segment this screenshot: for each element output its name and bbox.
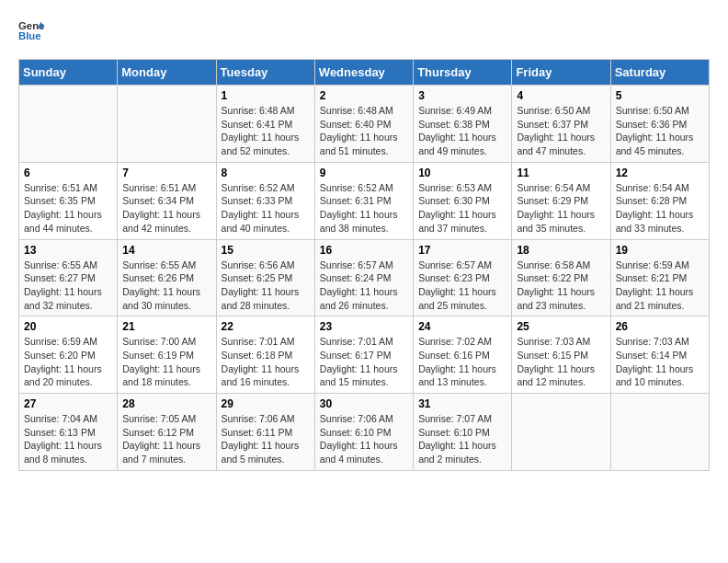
weekday-header: Monday: [118, 60, 216, 86]
calendar-cell: 9Sunrise: 6:52 AM Sunset: 6:31 PM Daylig…: [314, 162, 413, 239]
day-number: 24: [418, 320, 506, 333]
calendar-cell: 12Sunrise: 6:54 AM Sunset: 6:28 PM Dayli…: [610, 162, 709, 239]
calendar-cell: 8Sunrise: 6:52 AM Sunset: 6:33 PM Daylig…: [216, 162, 314, 239]
day-info: Sunrise: 7:05 AM Sunset: 6:12 PM Dayligh…: [122, 412, 210, 466]
day-info: Sunrise: 6:50 AM Sunset: 6:36 PM Dayligh…: [616, 104, 704, 158]
header: General Blue: [18, 18, 710, 44]
day-info: Sunrise: 6:52 AM Sunset: 6:31 PM Dayligh…: [320, 181, 408, 236]
day-number: 10: [418, 167, 506, 179]
calendar-cell: 6Sunrise: 6:51 AM Sunset: 6:35 PM Daylig…: [19, 162, 118, 239]
day-info: Sunrise: 7:02 AM Sunset: 6:16 PM Dayligh…: [418, 335, 506, 389]
calendar-cell: 19Sunrise: 6:59 AM Sunset: 6:21 PM Dayli…: [610, 239, 709, 316]
weekday-header: Tuesday: [216, 60, 314, 86]
day-info: Sunrise: 6:55 AM Sunset: 6:26 PM Dayligh…: [122, 259, 210, 313]
day-info: Sunrise: 6:53 AM Sunset: 6:30 PM Dayligh…: [418, 181, 506, 236]
calendar-week-row: 27Sunrise: 7:04 AM Sunset: 6:13 PM Dayli…: [19, 394, 710, 471]
calendar-cell: 5Sunrise: 6:50 AM Sunset: 6:36 PM Daylig…: [610, 86, 709, 163]
day-info: Sunrise: 6:48 AM Sunset: 6:40 PM Dayligh…: [320, 104, 408, 158]
calendar-week-row: 20Sunrise: 6:59 AM Sunset: 6:20 PM Dayli…: [19, 316, 710, 394]
weekday-header: Wednesday: [314, 60, 413, 86]
day-number: 9: [320, 167, 408, 179]
day-info: Sunrise: 6:54 AM Sunset: 6:29 PM Dayligh…: [517, 181, 605, 236]
day-number: 30: [320, 397, 408, 410]
day-number: 1: [222, 89, 310, 102]
day-info: Sunrise: 6:59 AM Sunset: 6:20 PM Dayligh…: [24, 335, 112, 389]
day-info: Sunrise: 6:49 AM Sunset: 6:38 PM Dayligh…: [418, 104, 506, 158]
calendar-week-row: 1Sunrise: 6:48 AM Sunset: 6:41 PM Daylig…: [19, 86, 710, 163]
calendar-cell: [118, 86, 216, 163]
weekday-header: Saturday: [610, 60, 709, 86]
day-number: 5: [616, 89, 704, 102]
day-number: 6: [24, 167, 112, 179]
day-info: Sunrise: 7:07 AM Sunset: 6:10 PM Dayligh…: [418, 412, 506, 466]
day-number: 22: [222, 320, 310, 333]
calendar-cell: 30Sunrise: 7:06 AM Sunset: 6:10 PM Dayli…: [314, 394, 413, 471]
weekday-header-row: SundayMondayTuesdayWednesdayThursdayFrid…: [19, 60, 710, 86]
day-info: Sunrise: 6:54 AM Sunset: 6:28 PM Dayligh…: [616, 181, 704, 236]
day-info: Sunrise: 7:01 AM Sunset: 6:17 PM Dayligh…: [320, 335, 408, 389]
day-number: 29: [222, 397, 310, 410]
day-number: 25: [517, 320, 605, 333]
calendar-cell: 15Sunrise: 6:56 AM Sunset: 6:25 PM Dayli…: [216, 239, 314, 316]
calendar-cell: 24Sunrise: 7:02 AM Sunset: 6:16 PM Dayli…: [414, 316, 512, 394]
calendar-cell: 21Sunrise: 7:00 AM Sunset: 6:19 PM Dayli…: [118, 316, 216, 394]
calendar-cell: 17Sunrise: 6:57 AM Sunset: 6:23 PM Dayli…: [414, 239, 512, 316]
calendar-cell: 1Sunrise: 6:48 AM Sunset: 6:41 PM Daylig…: [216, 86, 314, 163]
day-number: 7: [122, 167, 210, 179]
day-number: 15: [222, 244, 310, 257]
calendar-week-row: 6Sunrise: 6:51 AM Sunset: 6:35 PM Daylig…: [19, 162, 710, 239]
calendar-cell: [19, 86, 118, 163]
calendar-cell: 13Sunrise: 6:55 AM Sunset: 6:27 PM Dayli…: [19, 239, 118, 316]
day-number: 8: [222, 167, 310, 179]
calendar-cell: 11Sunrise: 6:54 AM Sunset: 6:29 PM Dayli…: [512, 162, 610, 239]
day-info: Sunrise: 6:48 AM Sunset: 6:41 PM Dayligh…: [222, 104, 310, 158]
day-info: Sunrise: 6:52 AM Sunset: 6:33 PM Dayligh…: [222, 181, 310, 236]
calendar-cell: 3Sunrise: 6:49 AM Sunset: 6:38 PM Daylig…: [414, 86, 512, 163]
calendar-cell: 7Sunrise: 6:51 AM Sunset: 6:34 PM Daylig…: [118, 162, 216, 239]
day-number: 3: [418, 89, 506, 102]
calendar-cell: 27Sunrise: 7:04 AM Sunset: 6:13 PM Dayli…: [19, 394, 118, 471]
day-number: 26: [616, 320, 704, 333]
day-info: Sunrise: 7:06 AM Sunset: 6:11 PM Dayligh…: [222, 412, 310, 466]
day-number: 16: [320, 244, 408, 257]
calendar-cell: 31Sunrise: 7:07 AM Sunset: 6:10 PM Dayli…: [414, 394, 512, 471]
weekday-header: Thursday: [414, 60, 512, 86]
day-info: Sunrise: 6:51 AM Sunset: 6:35 PM Dayligh…: [24, 181, 112, 236]
day-number: 17: [418, 244, 506, 257]
calendar-table: SundayMondayTuesdayWednesdayThursdayFrid…: [18, 59, 710, 471]
calendar-cell: 16Sunrise: 6:57 AM Sunset: 6:24 PM Dayli…: [314, 239, 413, 316]
day-number: 18: [517, 244, 605, 257]
day-info: Sunrise: 7:06 AM Sunset: 6:10 PM Dayligh…: [320, 412, 408, 466]
calendar-cell: [512, 394, 610, 471]
calendar-cell: 18Sunrise: 6:58 AM Sunset: 6:22 PM Dayli…: [512, 239, 610, 316]
day-info: Sunrise: 7:03 AM Sunset: 6:14 PM Dayligh…: [616, 335, 704, 389]
day-info: Sunrise: 6:57 AM Sunset: 6:24 PM Dayligh…: [320, 259, 408, 313]
calendar-cell: 26Sunrise: 7:03 AM Sunset: 6:14 PM Dayli…: [610, 316, 709, 394]
day-number: 4: [517, 89, 605, 102]
day-info: Sunrise: 6:57 AM Sunset: 6:23 PM Dayligh…: [418, 259, 506, 313]
day-info: Sunrise: 7:01 AM Sunset: 6:18 PM Dayligh…: [222, 335, 310, 389]
day-number: 28: [122, 397, 210, 410]
weekday-header: Sunday: [19, 60, 118, 86]
day-number: 2: [320, 89, 408, 102]
calendar-cell: 4Sunrise: 6:50 AM Sunset: 6:37 PM Daylig…: [512, 86, 610, 163]
calendar-cell: 10Sunrise: 6:53 AM Sunset: 6:30 PM Dayli…: [414, 162, 512, 239]
day-info: Sunrise: 6:58 AM Sunset: 6:22 PM Dayligh…: [517, 259, 605, 313]
day-number: 23: [320, 320, 408, 333]
calendar-cell: 23Sunrise: 7:01 AM Sunset: 6:17 PM Dayli…: [314, 316, 413, 394]
calendar-week-row: 13Sunrise: 6:55 AM Sunset: 6:27 PM Dayli…: [19, 239, 710, 316]
day-info: Sunrise: 7:04 AM Sunset: 6:13 PM Dayligh…: [24, 412, 112, 466]
logo: General Blue: [18, 18, 50, 44]
day-number: 19: [616, 244, 704, 257]
calendar-cell: 25Sunrise: 7:03 AM Sunset: 6:15 PM Dayli…: [512, 316, 610, 394]
day-number: 21: [122, 320, 210, 333]
day-number: 13: [24, 244, 112, 257]
day-info: Sunrise: 6:50 AM Sunset: 6:37 PM Dayligh…: [517, 104, 605, 158]
day-number: 20: [24, 320, 112, 333]
day-info: Sunrise: 6:59 AM Sunset: 6:21 PM Dayligh…: [616, 259, 704, 313]
day-number: 11: [517, 167, 605, 179]
calendar-cell: 20Sunrise: 6:59 AM Sunset: 6:20 PM Dayli…: [19, 316, 118, 394]
day-info: Sunrise: 6:51 AM Sunset: 6:34 PM Dayligh…: [122, 181, 210, 236]
calendar-cell: 2Sunrise: 6:48 AM Sunset: 6:40 PM Daylig…: [314, 86, 413, 163]
calendar-cell: 22Sunrise: 7:01 AM Sunset: 6:18 PM Dayli…: [216, 316, 314, 394]
